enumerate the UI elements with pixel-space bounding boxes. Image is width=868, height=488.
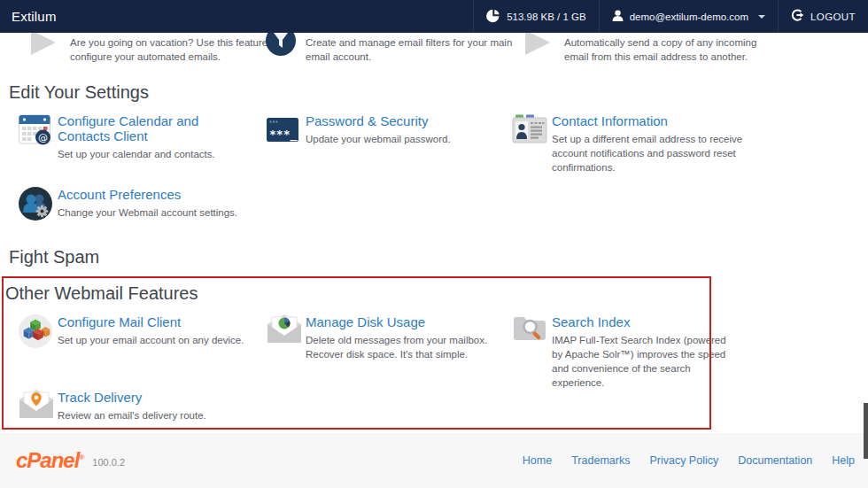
- user-icon: [612, 10, 624, 23]
- feature-configure-mail-client: Configure Mail Client Set up your email …: [18, 313, 266, 390]
- cpanel-logo: cPanel®: [16, 448, 84, 473]
- footer-link-privacy-policy[interactable]: Privacy Policy: [649, 454, 718, 467]
- disk-usage-envelope-icon[interactable]: [266, 313, 303, 344]
- svg-text:***_: ***_: [269, 128, 297, 142]
- disk-usage-indicator: 513.98 KB / 1 GB: [473, 0, 599, 33]
- feature-email-filters: Create and manage email filters for your…: [266, 33, 512, 64]
- manage-disk-usage-link[interactable]: Manage Disk Usage: [306, 314, 496, 329]
- webmail-home-page: Extilum 513.98 KB / 1 GB d: [0, 0, 868, 488]
- account-preferences-row: Account Preferences Change your Webmail …: [0, 185, 868, 221]
- footer-link-home[interactable]: Home: [523, 454, 552, 467]
- feature-description: Update your webmail password.: [306, 132, 527, 146]
- feature-forwarders: Automatically send a copy of any incomin…: [512, 33, 868, 64]
- contact-information-link[interactable]: Contact Information: [552, 113, 769, 128]
- track-delivery-link[interactable]: Track Delivery: [58, 390, 266, 405]
- brand-title: Extilum: [0, 9, 57, 24]
- feature-description: Automatically send a copy of any incomin…: [564, 35, 759, 64]
- edit-your-settings-heading: Edit Your Settings: [9, 82, 149, 103]
- edit-settings-row: @ Configure Calendar and Contacts Client…: [0, 112, 868, 174]
- search-index-link[interactable]: Search Index: [552, 314, 729, 329]
- feature-password-security: ***_ Password & Security Update your web…: [266, 112, 512, 174]
- feature-search-index: Search Index IMAP Full-Text Search Index…: [512, 313, 868, 390]
- user-account-dropdown[interactable]: demo@extilum-demo.com: [599, 0, 778, 33]
- feature-description: Set up your calendar and contacts.: [58, 147, 266, 161]
- logout-button[interactable]: LOGOUT: [778, 0, 868, 33]
- calendar-contacts-icon[interactable]: @: [18, 112, 55, 146]
- autoresponder-arrow-icon[interactable]: [30, 33, 67, 56]
- password-terminal-icon[interactable]: ***_: [266, 112, 303, 146]
- logout-icon: [791, 9, 804, 24]
- configure-mail-client-link[interactable]: Configure Mail Client: [58, 314, 266, 329]
- footer-link-documentation[interactable]: Documentation: [738, 454, 812, 467]
- logout-label: LOGOUT: [810, 12, 856, 22]
- account-preferences-link[interactable]: Account Preferences: [58, 187, 275, 202]
- feature-description: Create and manage email filters for your…: [306, 35, 527, 64]
- scrollbar-thumb[interactable]: [864, 403, 868, 459]
- account-preferences-icon[interactable]: [18, 185, 55, 221]
- contact-card-icon[interactable]: [512, 112, 549, 145]
- version-number: 100.0.2: [92, 453, 125, 468]
- top-feature-row: Are you going on vacation? Use this feat…: [0, 33, 868, 64]
- feature-track-delivery: Track Delivery Review an email's deliver…: [18, 388, 266, 422]
- feature-configure-calendar: @ Configure Calendar and Contacts Client…: [18, 112, 266, 174]
- footer-link-trademarks[interactable]: Trademarks: [571, 454, 630, 467]
- feature-autoresponders: Are you going on vacation? Use this feat…: [18, 33, 266, 64]
- configure-calendar-link[interactable]: Configure Calendar and Contacts Client: [58, 113, 235, 143]
- other-webmail-features-heading: Other Webmail Features: [5, 283, 198, 304]
- feature-description: Delete old messages from your mailbox. R…: [306, 333, 496, 361]
- feature-description: Change your Webmail account settings.: [58, 205, 275, 220]
- footer: cPanel® 100.0.2 Home Trademarks Privacy …: [0, 433, 868, 488]
- feature-description: Set up a different email address to rece…: [552, 132, 769, 174]
- footer-link-help[interactable]: Help: [832, 454, 855, 467]
- feature-description: IMAP Full-Text Search Index (powered by …: [552, 333, 729, 390]
- search-index-folder-icon[interactable]: [512, 313, 549, 343]
- track-delivery-row: Track Delivery Review an email's deliver…: [0, 388, 868, 422]
- other-features-row: Configure Mail Client Set up your email …: [0, 313, 868, 390]
- feature-description: Are you going on vacation? Use this feat…: [70, 35, 287, 64]
- svg-text:@: @: [38, 132, 48, 143]
- footer-links: Home Trademarks Privacy Policy Documenta…: [523, 454, 868, 467]
- user-email: demo@extilum-demo.com: [630, 12, 748, 22]
- pie-chart-icon: [486, 9, 500, 25]
- fight-spam-heading: Fight Spam: [9, 247, 99, 267]
- top-navbar: Extilum 513.98 KB / 1 GB d: [0, 0, 868, 33]
- forwarder-arrow-icon[interactable]: [524, 33, 562, 56]
- feature-description: Set up your email account on any device.: [58, 333, 266, 347]
- trademark-symbol: ®: [79, 453, 84, 461]
- filter-funnel-icon[interactable]: [266, 33, 303, 56]
- disk-usage-text: 513.98 KB / 1 GB: [507, 12, 586, 22]
- header-right-cluster: 513.98 KB / 1 GB demo@extilum-demo.com: [473, 0, 868, 33]
- mail-client-cubes-icon[interactable]: [18, 313, 55, 349]
- feature-contact-information: Contact Information Set up a different e…: [512, 112, 868, 174]
- feature-account-preferences: Account Preferences Change your Webmail …: [18, 185, 266, 221]
- chevron-down-icon: [758, 15, 765, 19]
- track-delivery-pin-icon[interactable]: [18, 388, 55, 419]
- password-security-link[interactable]: Password & Security: [306, 113, 527, 128]
- feature-description: Review an email's delivery route.: [58, 408, 266, 422]
- feature-manage-disk-usage: Manage Disk Usage Delete old messages fr…: [266, 313, 512, 390]
